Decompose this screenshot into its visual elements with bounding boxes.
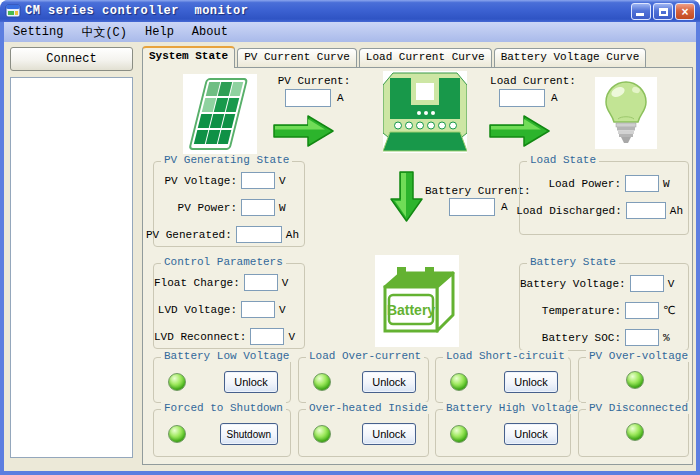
system-state-panel: PV Current: A — [142, 67, 693, 465]
field-unit: W — [279, 202, 299, 214]
client-area: Connect System State PV Current Curve Lo… — [4, 42, 696, 471]
load-current-unit: A — [551, 92, 558, 104]
status-led — [450, 373, 468, 391]
menu-item-setting[interactable]: Setting — [4, 23, 72, 41]
pv-generated-input[interactable] — [236, 226, 282, 243]
status-group-load-over-current: Load Over-current Unlock — [298, 357, 429, 403]
tab-system-state[interactable]: System State — [142, 46, 235, 68]
maximize-icon — [659, 8, 668, 16]
app-icon — [5, 3, 21, 19]
pv-generating-state-group: PV Generating State PV Voltage: V PV Pow… — [153, 161, 305, 247]
lvd-reconnect-input[interactable] — [250, 328, 284, 345]
menu-item-language[interactable]: 中文(C) — [72, 22, 136, 43]
minimize-icon — [636, 13, 644, 16]
pv-current-unit: A — [337, 92, 344, 104]
unlock-button[interactable]: Unlock — [362, 371, 416, 393]
battery-voltage-input[interactable] — [630, 275, 664, 292]
status-led — [168, 425, 186, 443]
pv-power-input[interactable] — [241, 199, 275, 216]
status-group-title: Battery Low Voltage — [161, 350, 292, 362]
menu-item-help[interactable]: Help — [136, 23, 183, 41]
unlock-button[interactable]: Unlock — [504, 371, 558, 393]
shutdown-button[interactable]: Shutdown — [220, 423, 278, 445]
load-discharged-input[interactable] — [626, 202, 666, 219]
battery-soc-input[interactable] — [625, 329, 659, 346]
menu-bar: Setting 中文(C) Help About — [4, 22, 696, 42]
lvd-voltage-input[interactable] — [241, 301, 275, 318]
status-group-title: PV Over-voltage — [586, 350, 691, 362]
group-title: PV Generating State — [161, 154, 292, 166]
unlock-button[interactable]: Unlock — [362, 423, 416, 445]
tab-strip: System State PV Current Curve Load Curre… — [142, 45, 646, 67]
battery-current-input[interactable] — [449, 198, 495, 216]
field-unit: V — [668, 278, 683, 290]
load-state-group: Load State Load Power: W Load Discharged… — [519, 161, 689, 235]
status-group-title: Load Short-circuit — [443, 350, 568, 362]
arrow-right-icon — [489, 113, 551, 154]
status-led — [313, 373, 331, 391]
unlock-button[interactable]: Unlock — [504, 423, 558, 445]
group-title: Control Parameters — [161, 256, 286, 268]
field-unit: ℃ — [663, 304, 683, 317]
field-label: LVD Reconnect: — [154, 331, 246, 343]
unlock-button[interactable]: Unlock — [224, 371, 278, 393]
field-label: Load Power: — [548, 178, 621, 190]
field-unit: V — [282, 277, 299, 289]
tab-battery-voltage-curve[interactable]: Battery Voltage Curve — [494, 48, 647, 67]
field-label: Load Discharged: — [516, 205, 622, 217]
battery-image-label: Battery — [387, 302, 435, 318]
pv-current-label: PV Current: — [271, 75, 357, 87]
temperature-input[interactable] — [625, 302, 659, 319]
battery-current-unit: A — [501, 201, 508, 213]
group-title: Battery State — [527, 256, 619, 268]
field-unit: Ah — [670, 205, 683, 217]
field-label: Temperature: — [542, 305, 621, 317]
field-unit: W — [663, 178, 683, 190]
menu-item-about[interactable]: About — [183, 23, 237, 41]
field-unit: V — [279, 175, 299, 187]
controller-icon — [383, 71, 467, 153]
close-button[interactable]: × — [675, 3, 695, 20]
status-group-pv-disconnected: PV Disconnected — [578, 409, 689, 457]
pv-voltage-input[interactable] — [241, 172, 275, 189]
field-unit: % — [663, 332, 683, 344]
status-led — [450, 425, 468, 443]
arrow-right-icon — [273, 113, 335, 154]
status-group-title: Forced to Shutdown — [161, 402, 286, 414]
arrow-down-icon — [389, 171, 423, 228]
status-group-title: Battery High Voltage — [443, 402, 581, 414]
maximize-button[interactable] — [653, 3, 673, 20]
status-group-over-heated-inside: Over-heated Inside Unlock — [298, 409, 429, 457]
field-unit: V — [288, 331, 299, 343]
control-parameters-group: Control Parameters Float Charge: V LVD V… — [153, 263, 305, 349]
status-group-battery-high-voltage: Battery High Voltage Unlock — [435, 409, 571, 457]
device-listbox[interactable] — [10, 77, 133, 458]
status-group-title: PV Disconnected — [586, 402, 691, 414]
connect-button[interactable]: Connect — [10, 47, 133, 71]
solar-panel-icon — [183, 74, 257, 154]
status-group-battery-low-voltage: Battery Low Voltage Unlock — [153, 357, 291, 403]
field-label: Battery SOC: — [542, 332, 621, 344]
load-power-input[interactable] — [625, 175, 659, 192]
group-title: Load State — [527, 154, 599, 166]
title-bar: CM series controller monitor × — [0, 0, 700, 22]
status-led — [626, 423, 644, 441]
float-charge-input[interactable] — [244, 274, 278, 291]
field-label: PV Generated: — [146, 229, 232, 241]
field-label: PV Power: — [178, 202, 237, 214]
pv-current-input[interactable] — [285, 89, 331, 107]
field-label: LVD Voltage: — [158, 304, 237, 316]
bulb-icon — [595, 77, 657, 149]
tab-pv-current-curve[interactable]: PV Current Curve — [237, 48, 357, 67]
status-group-load-short-circuit: Load Short-circuit Unlock — [435, 357, 571, 403]
field-unit: V — [279, 304, 299, 316]
tab-load-current-curve[interactable]: Load Current Curve — [359, 48, 492, 67]
load-current-input[interactable] — [499, 89, 545, 107]
status-group-title: Load Over-current — [306, 350, 424, 362]
app-window: CM series controller monitor × Setting 中… — [0, 0, 700, 475]
field-label: Float Charge: — [154, 277, 240, 289]
minimize-button[interactable] — [631, 3, 651, 20]
status-led — [626, 371, 644, 389]
status-group-forced-to-shutdown: Forced to Shutdown Shutdown — [153, 409, 291, 457]
status-led — [313, 425, 331, 443]
